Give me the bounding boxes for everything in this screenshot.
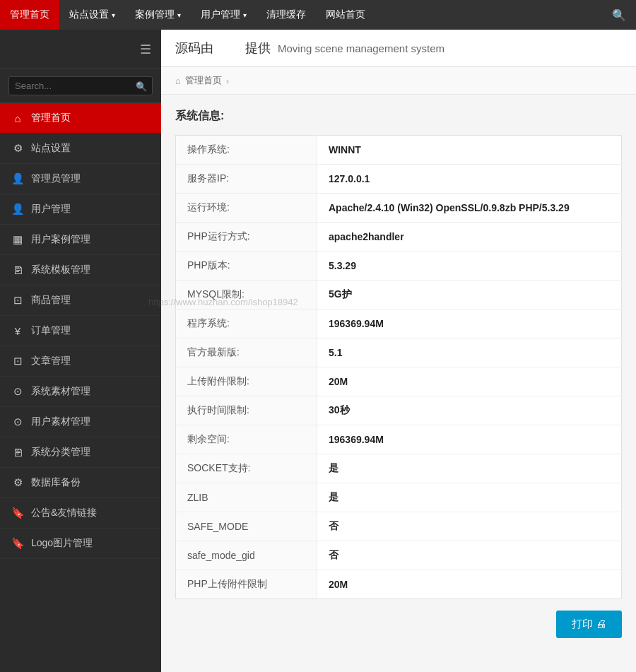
- sidebar: ☰ 🔍 ⌂ 管理首页 ⚙ 站点设置 👤 管理员管理 👤 用户管理: [0, 30, 161, 672]
- sidebar-search-area: 🔍: [0, 69, 161, 103]
- content-body: 系统信息: 操作系统:WINNT服务器IP:127.0.0.1运行环境:Apac…: [161, 95, 636, 659]
- table-cell-value: WINNT: [317, 136, 622, 165]
- sidebar-item-logo-management[interactable]: 🔖 Logo图片管理: [0, 529, 161, 559]
- table-cell-label: 执行时间限制:: [176, 396, 317, 425]
- nav-item-clear-cache[interactable]: 清理缓存: [257, 0, 316, 30]
- sidebar-item-announcements[interactable]: 🔖 公告&友情链接: [0, 498, 161, 529]
- table-cell-value: 否: [317, 541, 622, 570]
- table-row: PHP上传附件限制20M: [176, 570, 622, 599]
- sidebar-item-label: 公告&友情链接: [31, 507, 97, 519]
- table-cell-label: 操作系统:: [176, 136, 317, 165]
- table-cell-value: 5.3.29: [317, 252, 622, 281]
- nav-item-home[interactable]: 管理首页: [0, 0, 59, 30]
- sidebar-item-label: 订单管理: [31, 324, 71, 337]
- sidebar-item-label: 用户案例管理: [31, 233, 90, 246]
- table-row: PHP运行方式:apache2handler: [176, 223, 622, 252]
- table-row: 服务器IP:127.0.0.1: [176, 165, 622, 194]
- nav-item-users[interactable]: 用户管理 ▾: [191, 0, 257, 30]
- table-row: SOCKET支持:是: [176, 454, 622, 483]
- home-icon: ⌂: [11, 112, 24, 124]
- sidebar-item-label: 用户管理: [31, 203, 71, 216]
- chevron-down-icon: ▾: [177, 11, 181, 19]
- database-icon: ⚙: [11, 476, 24, 489]
- table-cell-label: safe_mode_gid: [176, 541, 317, 570]
- table-cell-value: 否: [317, 512, 622, 541]
- table-row: 官方最新版:5.1: [176, 338, 622, 367]
- sidebar-item-articles[interactable]: ⊡ 文章管理: [0, 346, 161, 377]
- sidebar-item-label: 文章管理: [31, 355, 71, 367]
- product-icon: ⊡: [11, 294, 24, 307]
- search-input[interactable]: [8, 76, 153, 95]
- chevron-down-icon: ▾: [112, 11, 115, 19]
- breadcrumb-home[interactable]: 管理首页: [185, 74, 222, 87]
- category-icon: 🖹: [11, 447, 24, 459]
- menu-icon[interactable]: ☰: [140, 42, 151, 57]
- gear-icon: ⚙: [11, 142, 24, 155]
- sidebar-item-user-management[interactable]: 👤 用户管理: [0, 194, 161, 225]
- table-cell-label: 运行环境:: [176, 194, 317, 223]
- sidebar-item-admin-management[interactable]: 👤 管理员管理: [0, 164, 161, 194]
- table-cell-label: ZLIB: [176, 483, 317, 512]
- system-info-table: 操作系统:WINNT服务器IP:127.0.0.1运行环境:Apache/2.4…: [175, 135, 622, 599]
- table-cell-label: MYSQL限制:: [176, 281, 317, 310]
- breadcrumb-separator: ›: [226, 76, 229, 86]
- table-cell-value: 5.1: [317, 338, 622, 367]
- print-button[interactable]: 打印 🖨: [556, 611, 622, 638]
- chevron-down-icon: ▾: [243, 11, 247, 19]
- nav-item-site-settings[interactable]: 站点设置 ▾: [59, 0, 125, 30]
- sidebar-item-user-assets[interactable]: ⊙ 用户素材管理: [0, 407, 161, 437]
- order-icon: ¥: [11, 325, 24, 337]
- breadcrumb: ⌂ 管理首页 ›: [161, 67, 636, 95]
- section-title: 系统信息:: [175, 109, 622, 124]
- nav-item-website-home[interactable]: 网站首页: [316, 0, 375, 30]
- sidebar-item-label: 系统素材管理: [31, 385, 90, 398]
- table-cell-value: apache2handler: [317, 223, 622, 252]
- grid-icon: ▦: [11, 233, 24, 246]
- search-icon: 🔍: [136, 81, 147, 91]
- user-icon: 👤: [11, 203, 24, 216]
- table-cell-label: SOCKET支持:: [176, 454, 317, 483]
- content-header: 源码由 提供 Moving scene management system: [161, 30, 636, 67]
- sidebar-item-system-assets[interactable]: ⊙ 系统素材管理: [0, 377, 161, 407]
- sidebar-item-database-backup[interactable]: ⚙ 数据库备份: [0, 468, 161, 498]
- sidebar-nav: ⌂ 管理首页 ⚙ 站点设置 👤 管理员管理 👤 用户管理 ▦ 用户案例管理 🖹: [0, 103, 161, 672]
- table-cell-label: PHP运行方式:: [176, 223, 317, 252]
- sidebar-header: ☰: [0, 30, 161, 69]
- nav-item-cases[interactable]: 案例管理 ▾: [125, 0, 191, 30]
- bookmark-icon: 🔖: [11, 507, 24, 519]
- sidebar-item-label: 系统分类管理: [31, 446, 90, 459]
- table-cell-label: 剩余空间:: [176, 425, 317, 454]
- table-cell-value: 20M: [317, 570, 622, 599]
- sidebar-item-products[interactable]: ⊡ 商品管理: [0, 285, 161, 316]
- search-icon[interactable]: 🔍: [602, 8, 636, 22]
- template-icon: 🖹: [11, 264, 24, 276]
- article-icon: ⊡: [11, 355, 24, 367]
- table-cell-label: PHP版本:: [176, 252, 317, 281]
- top-navigation: 管理首页 站点设置 ▾ 案例管理 ▾ 用户管理 ▾ 清理缓存 网站首页 🔍: [0, 0, 636, 30]
- asset-icon: ⊙: [11, 415, 24, 428]
- table-cell-value: 30秒: [317, 396, 622, 425]
- sidebar-item-label: Logo图片管理: [31, 537, 93, 550]
- sidebar-item-label: 商品管理: [31, 294, 71, 307]
- table-row: SAFE_MODE否: [176, 512, 622, 541]
- table-cell-label: 上传附件限制:: [176, 367, 317, 396]
- sidebar-item-system-templates[interactable]: 🖹 系统模板管理: [0, 255, 161, 285]
- table-cell-value: Apache/2.4.10 (Win32) OpenSSL/0.9.8zb PH…: [317, 194, 622, 223]
- sidebar-item-categories[interactable]: 🖹 系统分类管理: [0, 437, 161, 468]
- home-icon: ⌂: [175, 76, 181, 86]
- table-row: 执行时间限制:30秒: [176, 396, 622, 425]
- sidebar-item-admin-home[interactable]: ⌂ 管理首页: [0, 103, 161, 134]
- sidebar-item-orders[interactable]: ¥ 订单管理: [0, 316, 161, 346]
- table-row: 剩余空间:196369.94M: [176, 425, 622, 454]
- sidebar-item-user-cases[interactable]: ▦ 用户案例管理: [0, 225, 161, 255]
- table-cell-label: SAFE_MODE: [176, 512, 317, 541]
- sidebar-item-label: 站点设置: [31, 142, 71, 155]
- image-icon: 🔖: [11, 537, 24, 550]
- table-row: PHP版本:5.3.29: [176, 252, 622, 281]
- print-bar: 打印 🖨: [175, 599, 622, 645]
- asset-icon: ⊙: [11, 385, 24, 398]
- sidebar-item-label: 系统模板管理: [31, 264, 90, 276]
- sidebar-item-site-settings[interactable]: ⚙ 站点设置: [0, 134, 161, 164]
- table-cell-value: 是: [317, 454, 622, 483]
- main-layout: ☰ 🔍 ⌂ 管理首页 ⚙ 站点设置 👤 管理员管理 👤 用户管理: [0, 30, 636, 672]
